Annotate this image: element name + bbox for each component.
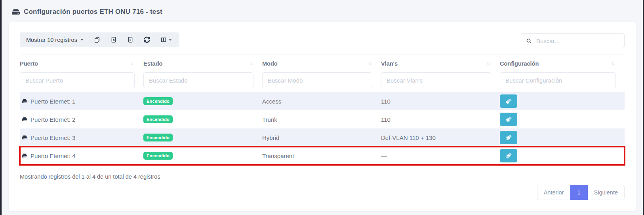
cell-configuracion — [500, 94, 625, 108]
column-header-puerto[interactable]: Puerto — [20, 60, 143, 67]
hdd-icon — [12, 8, 20, 15]
cell-puerto: Puerto Eternet: 1 — [20, 98, 143, 105]
status-badge: Encendido — [143, 134, 173, 141]
cell-configuracion — [500, 131, 625, 144]
configure-port-button[interactable] — [500, 94, 517, 108]
sort-icon[interactable] — [486, 61, 490, 66]
cell-puerto: Puerto Eternet: 4 — [20, 153, 143, 159]
page-length-label: Mostrar 10 registros — [26, 37, 77, 43]
pagination: Anterior 1 Siguiente — [537, 185, 625, 200]
cogs-icon — [505, 134, 513, 141]
cell-puerto: Puerto Eternet: 2 — [20, 116, 143, 123]
column-header-configuracion[interactable]: Configuración — [500, 60, 625, 67]
ports-table-card: Mostrar 10 registros — [9, 22, 636, 211]
toolbar-button-group: Mostrar 10 registros — [20, 32, 179, 47]
table-row-port-4-highlighted: Puerto Eternet: 4 Encendido Transparent … — [20, 147, 625, 165]
table-row-port-2: Puerto Eternet: 2 Encendido Trunk 110 — [20, 110, 625, 128]
refresh-button[interactable] — [144, 36, 150, 43]
table-row-port-3: Puerto Eternet: 3 Encendido Hybrid Def-V… — [20, 128, 625, 147]
column-visibility-icon — [160, 36, 167, 43]
page-title: Configuración puertos ETH ONU 716 - test — [24, 8, 162, 16]
filter-vlans-input[interactable] — [381, 72, 491, 88]
cell-estado: Encendido — [143, 134, 262, 141]
column-header-modo[interactable]: Modo — [262, 60, 381, 67]
pagination-next-button[interactable]: Siguiente — [588, 185, 625, 200]
search-input[interactable] — [536, 38, 619, 44]
cell-vlans: --- — [381, 153, 500, 159]
ethernet-port-icon — [21, 98, 28, 104]
cogs-icon — [505, 116, 513, 123]
file-export-button[interactable] — [127, 36, 133, 43]
chevron-down-icon — [169, 39, 172, 41]
filter-modo-input[interactable] — [262, 72, 372, 88]
cell-modo: Transparent — [262, 153, 381, 159]
cell-vlans: Def-VLAN 110 + 130 — [381, 134, 500, 141]
copy-icon — [94, 36, 100, 43]
excel-export-icon — [111, 36, 117, 43]
sort-icon[interactable] — [249, 61, 252, 66]
cell-vlans: 110 — [381, 98, 500, 105]
table-header-row: Puerto Estado Modo Vlan's Configuración — [20, 55, 625, 72]
configure-port-button[interactable] — [500, 113, 517, 126]
table-row-port-1: Puerto Eternet: 1 Encendido Access 110 — [20, 92, 625, 110]
ethernet-port-icon — [21, 153, 28, 158]
status-badge: Encendido — [143, 97, 173, 105]
column-filter-row — [20, 72, 625, 92]
status-badge: Encendido — [143, 152, 173, 160]
table-toolbar: Mostrar 10 registros — [20, 32, 625, 48]
cell-puerto: Puerto Eternet: 3 — [20, 134, 143, 141]
column-visibility-button[interactable] — [160, 36, 172, 43]
cell-vlans: 110 — [381, 116, 500, 123]
ethernet-port-icon — [21, 135, 28, 140]
page-header: Configuración puertos ETH ONU 716 - test — [2, 0, 643, 22]
pagination-page-1-button[interactable]: 1 — [570, 185, 587, 200]
configure-port-button[interactable] — [500, 149, 517, 162]
pagination-previous-button[interactable]: Anterior — [537, 185, 570, 200]
cogs-icon — [505, 152, 513, 159]
page-length-dropdown[interactable]: Mostrar 10 registros — [26, 37, 84, 43]
copy-button[interactable] — [94, 36, 100, 43]
refresh-icon — [144, 36, 150, 43]
cell-modo: Access — [262, 98, 381, 105]
cell-estado: Encendido — [143, 115, 262, 123]
sort-icon[interactable] — [130, 61, 133, 66]
cogs-icon — [505, 98, 513, 105]
file-export-icon — [127, 36, 133, 43]
column-header-estado[interactable]: Estado — [143, 60, 262, 67]
filter-puerto-input[interactable] — [20, 72, 135, 88]
filter-estado-input[interactable] — [143, 72, 253, 88]
chevron-down-icon — [80, 39, 84, 41]
column-header-vlans[interactable]: Vlan's — [381, 60, 500, 67]
cell-estado: Encendido — [143, 97, 262, 105]
configure-port-button[interactable] — [500, 131, 517, 144]
cell-estado: Encendido — [143, 152, 262, 160]
cell-modo: Hybrid — [262, 134, 381, 141]
sort-icon[interactable] — [368, 61, 371, 66]
excel-export-button[interactable] — [111, 36, 117, 43]
sort-icon[interactable] — [611, 61, 614, 66]
ethernet-port-icon — [21, 117, 28, 122]
cell-configuracion — [500, 149, 625, 162]
filter-configuracion-input[interactable] — [500, 72, 616, 88]
status-badge: Encendido — [143, 115, 173, 123]
cell-configuracion — [500, 113, 625, 126]
global-search — [521, 33, 625, 48]
search-icon — [526, 38, 532, 44]
cell-modo: Trunk — [262, 116, 381, 123]
table-info: Mostrando registros del 1 al 4 de un tot… — [20, 174, 625, 180]
